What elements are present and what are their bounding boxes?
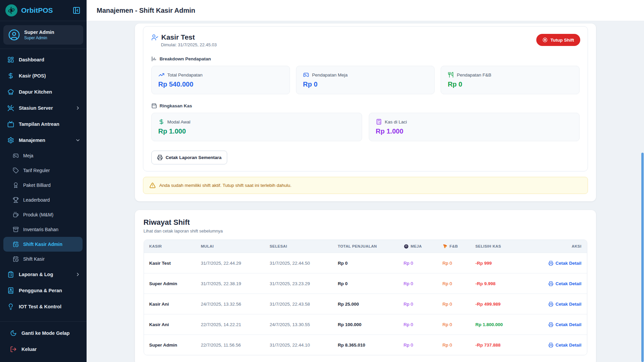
warning-text: Anda sudah memiliki shift aktif. Tutup s… bbox=[159, 183, 292, 188]
stat-card-total-pendapatan: Total Pendapatan Rp 540.000 bbox=[151, 66, 290, 94]
cell-kasir: Super Admin bbox=[149, 343, 201, 348]
sidebar-item-tarif-reguler[interactable]: Tarif Reguler bbox=[0, 163, 87, 178]
cetak-detail-link[interactable]: Cetak Detail bbox=[548, 261, 581, 266]
cetak-laporan-sementara-button[interactable]: Cetak Laporan Sementara bbox=[151, 151, 228, 164]
sidebar-item-stasiun-server[interactable]: Stasiun Server bbox=[0, 100, 87, 116]
logout-button[interactable]: Keluar bbox=[0, 341, 87, 357]
stat-card-pendapatan-fnb: Pendapatan F&B Rp 0 bbox=[441, 66, 579, 94]
riwayat-table: KASIR MULAI SELESAI TOTAL PENJUALAN MEJA… bbox=[144, 240, 587, 355]
cell-selisih: Rp 1.800.000 bbox=[476, 322, 539, 327]
sidebar-header: OrbitPOS bbox=[0, 0, 87, 21]
sidebar-item-laporan-log[interactable]: Laporan & Log bbox=[0, 266, 87, 282]
trending-up-icon bbox=[158, 72, 164, 78]
user-profile-card[interactable]: Super Admin Super Admin bbox=[3, 25, 83, 45]
avatar bbox=[8, 29, 20, 41]
cell-mulai: 31/7/2025, 22.38.19 bbox=[201, 281, 270, 286]
printer-icon bbox=[548, 281, 553, 286]
cell-selesai: 24/7/2025, 13.30.55 bbox=[270, 322, 338, 327]
sidebar-item-label: Tarif Reguler bbox=[23, 168, 50, 173]
collapse-sidebar-icon[interactable] bbox=[72, 6, 81, 14]
user-role: Super Admin bbox=[24, 36, 54, 40]
tag-icon bbox=[13, 167, 19, 173]
cetak-detail-link[interactable]: Cetak Detail bbox=[548, 302, 581, 307]
riwayat-shift-section: Riwayat Shift Lihat dan cetak laporan sh… bbox=[135, 210, 596, 362]
chevron-right-icon bbox=[75, 272, 81, 277]
chevron-down-icon bbox=[75, 138, 81, 143]
book-user-icon bbox=[7, 287, 14, 294]
sidebar-item-shift-kasir-admin[interactable]: Shift Kasir Admin bbox=[3, 237, 83, 252]
riwayat-title: Riwayat Shift bbox=[144, 218, 587, 227]
active-shift-warning: Anda sudah memiliki shift aktif. Tutup s… bbox=[143, 177, 588, 194]
sidebar-item-tampilan-antrean[interactable]: Tampilan Antrean bbox=[0, 116, 87, 132]
table-row: Kasir Ani 22/7/2025, 14.22.21 24/7/2025,… bbox=[144, 314, 587, 334]
scrollbar-thumb[interactable] bbox=[641, 153, 644, 362]
cell-meja: Rp 0 bbox=[404, 322, 443, 327]
sidebar-item-label: Shift Kasir Admin bbox=[23, 242, 62, 247]
active-shift-card: Kasir Test Dimulai: 31/7/2025, 22.45.03 … bbox=[143, 26, 588, 171]
sidebar-item-inventaris-bahan[interactable]: Inventaris Bahan bbox=[0, 222, 87, 237]
stat-value: Rp 0 bbox=[448, 81, 572, 88]
dark-mode-toggle[interactable]: Ganti ke Mode Gelap bbox=[0, 325, 87, 341]
gamepad-icon bbox=[303, 72, 309, 78]
tv-icon bbox=[7, 121, 14, 127]
sidebar-item-label: Dashboard bbox=[19, 57, 44, 62]
cell-mulai: 22/7/2025, 11.56.56 bbox=[201, 343, 270, 348]
cell-kasir: Kasir Ani bbox=[149, 302, 201, 307]
stat-value: Rp 540.000 bbox=[158, 81, 283, 88]
cell-fnb: Rp 0 bbox=[443, 343, 476, 348]
sidebar-item-label: Stasiun Server bbox=[19, 105, 53, 111]
table-row: Kasir Ani 24/7/2025, 13.32.56 31/7/2025,… bbox=[144, 294, 587, 314]
riwayat-subtitle: Lihat dan cetak laporan shift sebelumnya bbox=[144, 228, 587, 234]
sidebar-item-label: Dapur Kitchen bbox=[19, 89, 52, 95]
active-shift-name: Kasir Test bbox=[161, 33, 195, 41]
column-header-fnb: F&B bbox=[443, 244, 476, 249]
stat-value: Rp 1.000 bbox=[376, 127, 573, 135]
cell-kasir: Kasir Ani bbox=[149, 322, 201, 327]
printer-icon bbox=[548, 343, 553, 348]
sidebar-item-dashboard[interactable]: Dashboard bbox=[0, 52, 87, 68]
calendar-clock-icon bbox=[13, 256, 19, 262]
stat-value: Rp 0 bbox=[303, 81, 428, 88]
sidebar-item-pengguna-peran[interactable]: Pengguna & Peran bbox=[0, 282, 87, 299]
dollar-icon bbox=[158, 119, 164, 125]
cetak-detail-link[interactable]: Cetak Detail bbox=[548, 281, 581, 286]
sidebar-item-paket-billiard[interactable]: Paket Billiard bbox=[0, 178, 87, 193]
sidebar-item-manajemen[interactable]: Manajemen bbox=[0, 132, 87, 148]
sidebar-item-iot-test-kontrol[interactable]: IOT Test & Kontrol bbox=[0, 299, 87, 315]
utensils-crossed-icon bbox=[7, 105, 14, 111]
cell-selesai: 31/7/2025, 22.44.50 bbox=[270, 261, 338, 266]
sidebar-item-produk-mm[interactable]: Produk (M&M) bbox=[0, 207, 87, 222]
column-header-mulai: MULAI bbox=[201, 244, 270, 248]
sidebar-item-shift-kasir[interactable]: Shift Kasir bbox=[0, 252, 87, 266]
cell-selisih: -Rp 999 bbox=[476, 261, 539, 266]
stat-card-pendapatan-meja: Pendapatan Meja Rp 0 bbox=[296, 66, 435, 94]
gear-icon bbox=[7, 137, 14, 144]
alert-triangle-icon bbox=[149, 182, 156, 189]
sidebar-item-label: Shift Kasir bbox=[23, 256, 45, 262]
cell-total: Rp 100.000 bbox=[338, 322, 404, 327]
cell-total: Rp 0 bbox=[338, 261, 404, 266]
main-content: Kasir Test Dimulai: 31/7/2025, 22.45.03 … bbox=[87, 21, 644, 362]
tutup-shift-button[interactable]: Tutup Shift bbox=[536, 34, 580, 46]
cetak-detail-link[interactable]: Cetak Detail bbox=[548, 343, 581, 348]
sidebar-item-kasir-pos[interactable]: Kasir (POS) bbox=[0, 68, 87, 84]
logout-icon bbox=[10, 346, 17, 353]
sidebar-item-leaderboard[interactable]: Leaderboard bbox=[0, 193, 87, 207]
calculator-icon bbox=[376, 119, 382, 125]
utensils-icon bbox=[448, 72, 454, 78]
brand-name: OrbitPOS bbox=[21, 6, 72, 14]
sidebar-item-dapur-kitchen[interactable]: Dapur Kitchen bbox=[0, 84, 87, 100]
cell-mulai: 24/7/2025, 13.32.56 bbox=[201, 302, 270, 307]
dashboard-icon bbox=[7, 56, 14, 63]
stop-circle-icon bbox=[542, 37, 548, 43]
sidebar-item-label: Leaderboard bbox=[23, 197, 50, 203]
cell-selisih: -Rp 737.888 bbox=[476, 343, 539, 348]
sidebar-item-label: Kasir (POS) bbox=[19, 73, 46, 79]
cell-meja: Rp 0 bbox=[404, 281, 443, 286]
cell-meja: Rp 0 bbox=[404, 302, 443, 307]
sidebar-item-label: Manajemen bbox=[19, 138, 45, 143]
cell-fnb: Rp 0 bbox=[443, 322, 476, 327]
cetak-detail-link[interactable]: Cetak Detail bbox=[548, 322, 581, 327]
bar-chart-icon bbox=[151, 56, 157, 62]
sidebar-item-meja[interactable]: Meja bbox=[0, 148, 87, 163]
